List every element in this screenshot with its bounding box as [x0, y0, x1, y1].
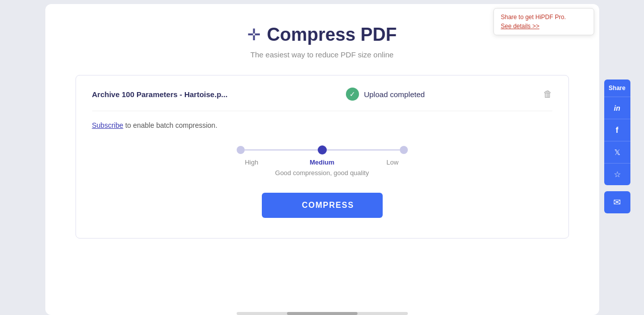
page-subtitle: The easiest way to reduce PDF size onlin… — [76, 50, 569, 59]
slider-dot-medium[interactable] — [318, 145, 327, 154]
content-area: Archive 100 Parameters - Hartoise.p... ✓… — [76, 75, 569, 239]
slider-line-2 — [327, 149, 400, 150]
star-share-button[interactable]: ☆ — [604, 163, 630, 185]
facebook-share-button[interactable]: f — [604, 119, 630, 141]
label-low[interactable]: Low — [378, 159, 408, 166]
upload-status-text: Upload completed — [364, 90, 425, 99]
page-wrapper: Share to get HiPDF Pro. See details >> ✛… — [0, 0, 644, 315]
promo-line1: Share to get HiPDF Pro. — [501, 14, 587, 21]
main-card: Share to get HiPDF Pro. See details >> ✛… — [45, 4, 599, 315]
delete-file-button[interactable]: 🗑 — [543, 89, 552, 100]
page-title: Compress PDF — [267, 24, 397, 45]
compression-description: Good compression, good quality — [275, 169, 369, 177]
slider-labels: High Medium Low — [237, 159, 408, 166]
subscribe-row: Subscribe to enable batch compression. — [92, 121, 552, 129]
upload-check-icon: ✓ — [346, 88, 359, 101]
compress-icon: ✛ — [247, 27, 261, 43]
compress-button[interactable]: COMPRESS — [262, 193, 383, 218]
upload-status-container: ✓ Upload completed — [346, 88, 425, 101]
linkedin-icon: in — [614, 104, 620, 112]
email-icon: ✉ — [613, 197, 621, 208]
slider-track[interactable] — [237, 145, 408, 154]
facebook-icon: f — [616, 126, 618, 135]
share-main-button[interactable]: Share — [604, 80, 630, 97]
label-high[interactable]: High — [237, 159, 267, 166]
slider-dot-low[interactable] — [400, 146, 408, 154]
slider-dot-high[interactable] — [237, 146, 245, 154]
twitter-icon: 𝕏 — [614, 148, 620, 157]
label-medium[interactable]: Medium — [307, 159, 337, 166]
linkedin-share-button[interactable]: in — [604, 97, 630, 119]
star-icon: ☆ — [614, 170, 621, 179]
slider-line-1 — [245, 149, 318, 150]
subscribe-text: to enable batch compression. — [123, 121, 218, 129]
share-panel: Share in f 𝕏 ☆ ✉ — [604, 80, 630, 213]
compression-slider-area: High Medium Low Good compression, good q… — [92, 145, 552, 177]
bottom-scrollbar — [237, 312, 408, 315]
promo-tooltip: Share to get HiPDF Pro. See details >> — [493, 8, 594, 35]
email-button[interactable]: ✉ — [604, 191, 630, 213]
file-name: Archive 100 Parameters - Hartoise.p... — [92, 90, 228, 99]
file-row: Archive 100 Parameters - Hartoise.p... ✓… — [92, 88, 552, 111]
twitter-share-button[interactable]: 𝕏 — [604, 141, 630, 163]
scrollbar-thumb — [287, 312, 357, 315]
subscribe-link[interactable]: Subscribe — [92, 121, 123, 129]
promo-see-details-link[interactable]: See details >> — [501, 23, 587, 30]
